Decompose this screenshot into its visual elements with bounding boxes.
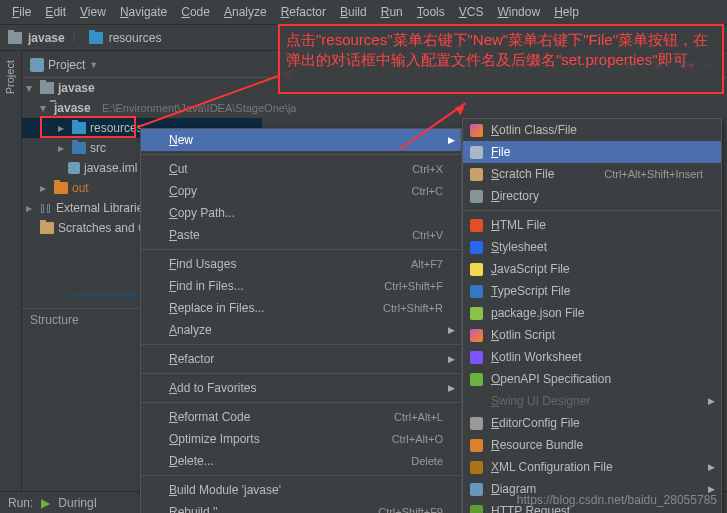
kotlin-icon	[469, 123, 483, 137]
menu-window[interactable]: Window	[491, 2, 546, 22]
src-icon	[72, 142, 86, 154]
diag-icon	[469, 482, 483, 496]
paste-icon	[147, 228, 161, 242]
tree-label: out	[72, 181, 89, 195]
menu-item-kotlin-script[interactable]: Kotlin Script	[463, 324, 721, 346]
menu-item-replace-in-files-[interactable]: Replace in Files...Ctrl+Shift+R	[141, 297, 461, 319]
folder-icon	[89, 32, 103, 44]
scratch-icon	[40, 222, 54, 234]
tree-label: src	[90, 141, 106, 155]
ks-icon	[469, 350, 483, 364]
menu-item-optimize-imports[interactable]: Optimize ImportsCtrl+Alt+O	[141, 428, 461, 450]
resources-icon	[72, 122, 86, 134]
watermark: https://blog.csdn.net/baidu_28055785	[517, 493, 717, 507]
menu-run[interactable]: Run	[375, 2, 409, 22]
menu-item-package-json-file[interactable]: package.json File	[463, 302, 721, 324]
menu-item-javascript-file[interactable]: JavaScript File	[463, 258, 721, 280]
menu-item-paste[interactable]: PasteCtrl+V	[141, 224, 461, 246]
menu-item-find-usages[interactable]: Find UsagesAlt+F7	[141, 253, 461, 275]
menu-file[interactable]: File	[6, 2, 37, 22]
chevron-right-icon: ▶	[448, 354, 455, 364]
menu-vcs[interactable]: VCS	[453, 2, 490, 22]
chevron-right-icon: ▶	[448, 135, 455, 145]
menu-edit[interactable]: Edit	[39, 2, 72, 22]
menu-item-directory[interactable]: Directory	[463, 185, 721, 207]
menu-item-xml-configuration-file[interactable]: XML Configuration File▶	[463, 456, 721, 478]
menu-item-cut[interactable]: CutCtrl+X	[141, 158, 461, 180]
chevron-right-icon: ▶	[448, 325, 455, 335]
dir-icon	[469, 189, 483, 203]
http-icon	[469, 504, 483, 513]
chevron-right-icon: ▶	[708, 396, 715, 406]
menu-item-delete-[interactable]: Delete...Delete	[141, 450, 461, 472]
menu-item-editorconfig-file[interactable]: EditorConfig File	[463, 412, 721, 434]
menu-item-find-in-files-[interactable]: Find in Files...Ctrl+Shift+F	[141, 275, 461, 297]
run-status-icon: ▶	[41, 496, 50, 510]
tree-label: External Libraries	[56, 201, 149, 215]
menu-item-add-to-favorites[interactable]: Add to Favorites▶	[141, 377, 461, 399]
tree-label: javase.iml	[84, 161, 137, 175]
folder-icon	[40, 82, 54, 94]
menu-item-kotlin-worksheet[interactable]: Kotlin Worksheet	[463, 346, 721, 368]
menu-tools[interactable]: Tools	[411, 2, 451, 22]
tree-label: javase	[58, 81, 95, 95]
open-icon	[469, 372, 483, 386]
menu-item-refactor[interactable]: Refactor▶	[141, 348, 461, 370]
run-config[interactable]: DuringI	[58, 496, 97, 510]
side-tab-project[interactable]: Project	[0, 52, 20, 102]
lib-icon: ⫿⫿	[40, 201, 52, 215]
tree-module[interactable]: ▾ javase E:\Environment\Java\IDEA\StageO…	[22, 98, 262, 118]
copy-icon	[147, 184, 161, 198]
breadcrumb-project[interactable]: javase	[28, 31, 65, 45]
project-title[interactable]: Project	[48, 58, 85, 72]
menu-item-stylesheet[interactable]: Stylesheet	[463, 236, 721, 258]
menu-item-html-file[interactable]: HTML File	[463, 214, 721, 236]
menu-item-kotlin-class-file[interactable]: Kotlin Class/File	[463, 119, 721, 141]
menu-code[interactable]: Code	[175, 2, 216, 22]
annotation-callout: 点击"resources"菜单右键下"New"菜单右键下"File"菜单按钮，在…	[278, 24, 724, 94]
menu-item-resource-bundle[interactable]: Resource Bundle	[463, 434, 721, 456]
res-icon	[469, 438, 483, 452]
menu-navigate[interactable]: Navigate	[114, 2, 173, 22]
edit-icon	[469, 416, 483, 430]
side-tab: Project	[0, 52, 22, 512]
menu-refactor[interactable]: Refactor	[275, 2, 332, 22]
pkg-icon	[469, 306, 483, 320]
menu-item-scratch-file[interactable]: Scratch FileCtrl+Alt+Shift+Insert	[463, 163, 721, 185]
menu-item-analyze[interactable]: Analyze▶	[141, 319, 461, 341]
ts-icon	[469, 284, 483, 298]
menu-item-rebuild-default-[interactable]: Rebuild ''Ctrl+Shift+F9	[141, 501, 461, 513]
tree-label: resources	[90, 121, 143, 135]
css-icon	[469, 240, 483, 254]
menu-build[interactable]: Build	[334, 2, 373, 22]
menu-item-copy-path-[interactable]: Copy Path...	[141, 202, 461, 224]
chevron-right-icon: ▶	[708, 462, 715, 472]
menu-item-typescript-file[interactable]: TypeScript File	[463, 280, 721, 302]
menu-item-build-module-javase-[interactable]: Build Module 'javase'	[141, 479, 461, 501]
menu-analyze[interactable]: Analyze	[218, 2, 273, 22]
menu-view[interactable]: View	[74, 2, 112, 22]
menu-item-reformat-code[interactable]: Reformat CodeCtrl+Alt+L	[141, 406, 461, 428]
project-view-icon	[30, 58, 44, 72]
run-label: Run:	[8, 496, 33, 510]
menu-item-copy[interactable]: CopyCtrl+C	[141, 180, 461, 202]
html-icon	[469, 218, 483, 232]
menu-help[interactable]: Help	[548, 2, 585, 22]
breadcrumb-folder[interactable]: resources	[109, 31, 162, 45]
js-icon	[469, 262, 483, 276]
menubar: FileEditViewNavigateCodeAnalyzeRefactorB…	[0, 0, 727, 25]
out-icon	[54, 182, 68, 194]
xml-icon	[469, 460, 483, 474]
new-submenu: Kotlin Class/FileFileScratch FileCtrl+Al…	[462, 118, 722, 513]
file-icon	[469, 145, 483, 159]
project-icon	[8, 32, 22, 44]
menu-item-openapi-specification[interactable]: OpenAPI Specification	[463, 368, 721, 390]
scratch-icon	[469, 167, 483, 181]
iml-icon	[68, 162, 80, 174]
menu-item-file[interactable]: File	[463, 141, 721, 163]
context-menu: New▶CutCtrl+XCopyCtrl+CCopy Path...Paste…	[140, 128, 462, 513]
cut-icon	[147, 162, 161, 176]
chevron-right-icon: ▶	[448, 383, 455, 393]
chevron-down-icon[interactable]: ▼	[89, 60, 98, 70]
menu-item-swing-ui-designer: Swing UI Designer▶	[463, 390, 721, 412]
